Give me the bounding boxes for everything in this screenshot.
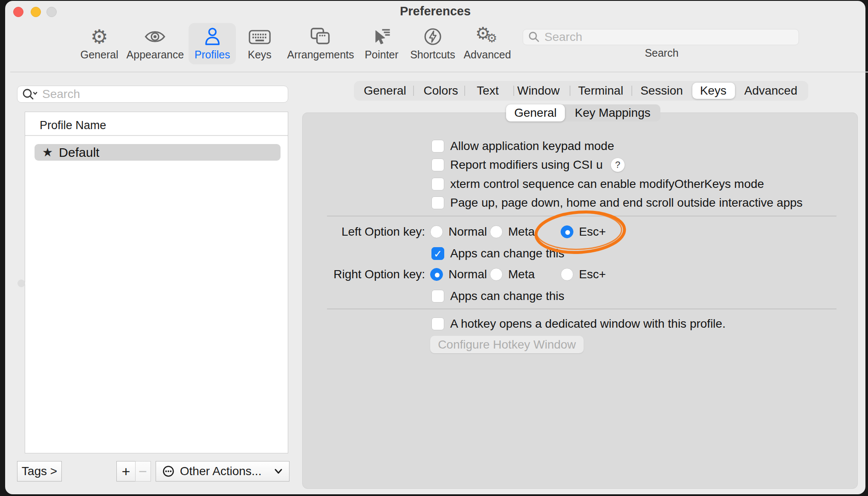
person-icon	[203, 26, 222, 48]
tab-colors[interactable]: Colors	[424, 81, 458, 101]
section-divider	[327, 216, 836, 216]
radio-left-normal[interactable]	[430, 225, 443, 238]
tab-separator	[570, 86, 570, 96]
radio-left-esc[interactable]	[561, 225, 573, 238]
checkbox-keypad-mode[interactable]	[431, 140, 444, 153]
tab-session[interactable]: Session	[640, 81, 683, 101]
tab-separator	[413, 86, 414, 96]
toolbar-item-keys[interactable]: Keys	[242, 23, 278, 64]
other-actions-dropdown[interactable]: Other Actions...	[156, 461, 289, 482]
right-option-meta[interactable]: Meta	[490, 268, 535, 281]
configure-hotkey-window-button[interactable]: Configure Hotkey Window	[430, 336, 584, 353]
row-scroll-outside: Page up, page down, home and end scroll …	[431, 196, 803, 210]
search-icon	[528, 31, 540, 43]
checkbox-scroll-outside[interactable]	[431, 196, 444, 209]
section-divider	[327, 309, 836, 309]
lightning-icon	[423, 26, 443, 48]
tab-keys[interactable]: Keys	[700, 81, 726, 101]
row-left-apps-can-change: Apps can change this	[431, 247, 564, 260]
row-modify-other-keys: xterm control sequence can enable modify…	[431, 177, 764, 191]
tab-separator	[464, 86, 465, 96]
profile-search-field[interactable]	[17, 86, 288, 103]
circle-ellipsis-icon	[162, 465, 175, 478]
tab-advanced[interactable]: Advanced	[744, 81, 798, 101]
window-title: Preferences	[5, 4, 865, 18]
toolbar-item-appearance[interactable]: Appearance	[121, 23, 190, 64]
row-csi-u: Report modifiers using CSI u ?	[431, 158, 625, 172]
radio-right-normal[interactable]	[430, 268, 443, 281]
gears-icon: ⚙⚙	[475, 26, 499, 48]
right-option-key-label: Right Option key:	[304, 268, 425, 281]
row-right-apps-can-change: Apps can change this	[431, 289, 564, 303]
remove-profile-button[interactable]: −	[135, 461, 151, 482]
toolbar-item-advanced[interactable]: ⚙⚙ Advanced	[457, 23, 517, 64]
chevron-down-icon	[274, 468, 283, 475]
header-divider	[25, 135, 288, 136]
left-option-normal[interactable]: Normal	[430, 225, 487, 239]
profile-name: Default	[59, 145, 99, 160]
profile-row-default[interactable]: ★ Default	[35, 144, 281, 161]
tab-text[interactable]: Text	[477, 81, 498, 101]
radio-right-meta[interactable]	[490, 268, 503, 281]
cursor-icon	[372, 26, 391, 48]
right-option-normal[interactable]: Normal	[430, 268, 487, 281]
splitter-dot	[17, 280, 25, 287]
help-button[interactable]: ?	[610, 158, 625, 172]
left-option-meta[interactable]: Meta	[490, 225, 535, 239]
checkbox-hotkey-window[interactable]	[431, 317, 444, 330]
checkbox-left-apps-can-change[interactable]	[431, 247, 444, 260]
checkbox-csi-u[interactable]	[431, 159, 444, 171]
subtab-general[interactable]: General	[514, 104, 557, 121]
tab-general[interactable]: General	[364, 81, 406, 101]
profile-list-header: Profile Name	[40, 119, 106, 132]
keyboard-icon	[248, 26, 271, 48]
checkbox-modify-other-keys[interactable]	[431, 178, 444, 190]
subtab-key-mappings[interactable]: Key Mappings	[575, 104, 650, 121]
profile-list: Profile Name ★ Default	[25, 112, 288, 453]
left-option-esc[interactable]: Esc+	[561, 225, 606, 239]
toolbar-item-shortcuts[interactable]: Shortcuts	[404, 23, 461, 64]
row-hotkey-window: A hotkey opens a dedicated window with t…	[431, 317, 726, 331]
toolbar-item-profiles[interactable]: Profiles	[188, 23, 236, 64]
eye-icon	[144, 26, 166, 48]
windows-icon	[310, 26, 331, 48]
toolbar-search-field[interactable]	[523, 29, 799, 45]
right-option-esc[interactable]: Esc+	[561, 268, 606, 281]
star-icon: ★	[42, 145, 53, 159]
toolbar-divider	[10, 72, 868, 72]
toolbar-search-caption: Search	[619, 47, 704, 59]
radio-right-esc[interactable]	[561, 268, 573, 281]
profile-search-input[interactable]	[42, 87, 284, 101]
screen: Preferences ⚙ General Appearance Profile…	[0, 0, 868, 496]
preferences-window: Preferences ⚙ General Appearance Profile…	[5, 1, 865, 494]
tab-window[interactable]: Window	[517, 81, 560, 101]
search-menu-icon	[22, 88, 39, 101]
tab-separator	[631, 86, 632, 96]
toolbar-item-arrangements[interactable]: Arrangements	[281, 23, 360, 64]
checkbox-label: Page up, page down, home and end scroll …	[450, 196, 803, 210]
tab-separator	[513, 86, 514, 96]
gear-icon: ⚙	[90, 26, 108, 48]
radio-left-meta[interactable]	[490, 225, 503, 238]
toolbar-item-general[interactable]: ⚙ General	[75, 23, 124, 64]
row-keypad-mode: Allow application keypad mode	[431, 139, 614, 153]
checkbox-right-apps-can-change[interactable]	[431, 290, 444, 303]
tab-terminal[interactable]: Terminal	[578, 81, 623, 101]
tags-button[interactable]: Tags >	[17, 461, 62, 482]
toolbar-search-input[interactable]	[544, 30, 793, 44]
checkbox-label: Allow application keypad mode	[450, 139, 614, 153]
add-profile-button[interactable]: +	[116, 461, 136, 482]
checkbox-label: xterm control sequence can enable modify…	[450, 177, 764, 191]
toolbar-item-pointer[interactable]: Pointer	[359, 23, 404, 64]
left-option-key-label: Left Option key:	[304, 225, 425, 239]
checkbox-label: Report modifiers using CSI u	[450, 158, 603, 172]
